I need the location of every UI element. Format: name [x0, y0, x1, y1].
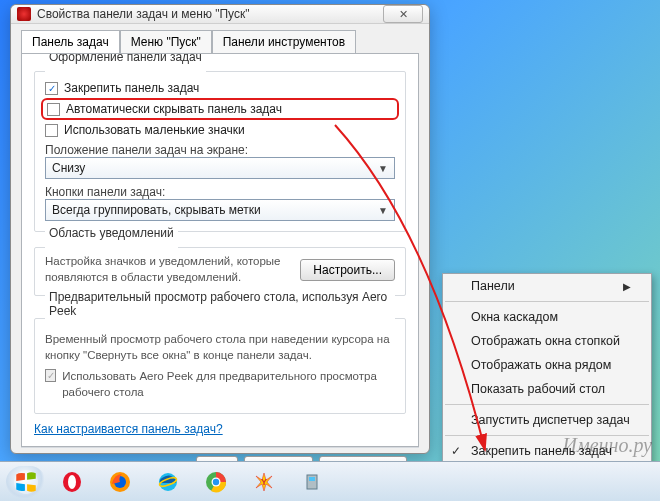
tab-startmenu[interactable]: Меню "Пуск"	[120, 30, 212, 54]
svg-point-9	[213, 478, 219, 484]
ctx-stack[interactable]: Отображать окна стопкой	[443, 329, 651, 353]
taskbar-opera[interactable]	[50, 466, 94, 498]
taskbar-properties-dialog: Свойства панели задач и меню "Пуск" ✕ Па…	[10, 4, 430, 454]
configure-notifications-button[interactable]: Настроить...	[300, 259, 395, 281]
buttons-label: Кнопки панели задач:	[45, 185, 395, 199]
folder-icon	[300, 470, 324, 494]
opera-icon	[60, 470, 84, 494]
taskbar-firefox[interactable]	[98, 466, 142, 498]
start-button[interactable]	[6, 466, 46, 498]
group-design-legend: Оформление панели задач	[45, 53, 206, 64]
ctx-panels[interactable]: Панели▶	[443, 274, 651, 298]
taskbar-ie[interactable]	[146, 466, 190, 498]
group-design: Оформление панели задач ✓ Закрепить пане…	[34, 64, 406, 232]
firefox-icon	[108, 470, 132, 494]
windows-logo-icon	[13, 469, 39, 495]
submenu-arrow-icon: ▶	[623, 281, 631, 292]
menu-separator	[445, 301, 649, 302]
ctx-cascade[interactable]: Окна каскадом	[443, 305, 651, 329]
svg-text:Y: Y	[261, 477, 267, 487]
taskbar-chrome[interactable]	[194, 466, 238, 498]
position-label: Положение панели задач на экране:	[45, 143, 395, 157]
chevron-down-icon: ▼	[378, 205, 388, 216]
select-taskbar-position[interactable]: Снизу ▼	[45, 157, 395, 179]
svg-rect-12	[309, 477, 315, 481]
close-button[interactable]: ✕	[383, 5, 423, 23]
dialog-title: Свойства панели задач и меню "Пуск"	[37, 7, 250, 21]
checkbox-aero-peek[interactable]: ✓	[45, 369, 56, 382]
ie-icon	[156, 470, 180, 494]
ctx-show-desktop[interactable]: Показать рабочий стол	[443, 377, 651, 401]
tab-taskbar[interactable]: Панель задач	[21, 30, 120, 54]
tab-panel-taskbar: Оформление панели задач ✓ Закрепить пане…	[21, 53, 419, 447]
tab-toolbars[interactable]: Панели инструментов	[212, 30, 356, 54]
chevron-down-icon: ▼	[378, 163, 388, 174]
group-notif-legend: Область уведомлений	[45, 226, 178, 240]
checkbox-lock-label: Закрепить панель задач	[64, 81, 199, 95]
checkbox-smallicons-label: Использовать маленькие значки	[64, 123, 245, 137]
select-taskbar-buttons[interactable]: Всегда группировать, скрывать метки ▼	[45, 199, 395, 221]
taskbar[interactable]: Y	[0, 461, 660, 501]
tab-strip: Панель задач Меню "Пуск" Панели инструме…	[21, 30, 419, 54]
system-icon	[17, 7, 31, 21]
help-link[interactable]: Как настраивается панель задач?	[34, 422, 223, 436]
yandex-icon: Y	[252, 470, 276, 494]
notif-desc: Настройка значков и уведомлений, которые…	[45, 254, 290, 285]
group-peek-legend: Предварительный просмотр рабочего стола,…	[45, 290, 395, 318]
chrome-icon	[204, 470, 228, 494]
checkbox-lock-taskbar[interactable]: ✓	[45, 82, 58, 95]
taskbar-yandex[interactable]: Y	[242, 466, 286, 498]
dialog-titlebar[interactable]: Свойства панели задач и меню "Пуск" ✕	[11, 5, 429, 24]
group-notifications: Область уведомлений Настройка значков и …	[34, 240, 406, 296]
checkbox-peek-label: Использовать Aero Peek для предварительн…	[62, 369, 395, 400]
checkbox-autohide-taskbar[interactable]	[47, 103, 60, 116]
group-aero-peek: Предварительный просмотр рабочего стола,…	[34, 304, 406, 414]
menu-separator	[445, 404, 649, 405]
checkbox-small-icons[interactable]	[45, 124, 58, 137]
watermark-text: Именно.ру	[562, 434, 652, 457]
peek-desc: Временный просмотр рабочего стола при на…	[45, 332, 395, 363]
svg-point-2	[68, 475, 76, 489]
select-buttons-value: Всегда группировать, скрывать метки	[52, 203, 261, 217]
ctx-task-manager[interactable]: Запустить диспетчер задач	[443, 408, 651, 432]
ctx-sidebyside[interactable]: Отображать окна рядом	[443, 353, 651, 377]
select-position-value: Снизу	[52, 161, 85, 175]
checkbox-autohide-label: Автоматически скрывать панель задач	[66, 102, 282, 116]
highlight-autohide: Автоматически скрывать панель задач	[41, 98, 399, 120]
taskbar-explorer[interactable]	[290, 466, 334, 498]
